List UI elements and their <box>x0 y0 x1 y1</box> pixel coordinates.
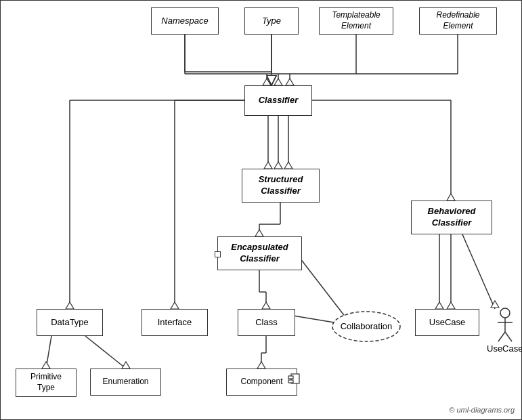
svg-marker-49 <box>447 302 455 309</box>
primitivetype-box: PrimitiveType <box>16 369 77 397</box>
encapsulated-classifier-box: EncapsulatedClassifier <box>217 236 302 270</box>
svg-marker-14 <box>286 79 294 85</box>
svg-marker-43 <box>42 362 50 369</box>
svg-marker-45 <box>122 362 130 369</box>
svg-marker-12 <box>274 79 282 85</box>
usecase-box: UseCase <box>415 309 479 336</box>
class-box: Class <box>238 309 295 336</box>
svg-marker-29 <box>171 302 179 309</box>
svg-marker-47 <box>435 302 443 309</box>
svg-line-59 <box>498 332 505 341</box>
collaboration-svg: Collaboration <box>331 309 402 344</box>
templateable-box: TemplateableElement <box>319 7 393 35</box>
actor-label: UseCase <box>487 343 522 354</box>
svg-text:Collaboration: Collaboration <box>341 321 393 331</box>
actor-svg <box>495 308 515 345</box>
namespace-box: Namespace <box>151 7 219 35</box>
datatype-box: DataType <box>37 309 103 336</box>
svg-marker-16 <box>264 162 272 169</box>
component-icon <box>288 373 300 387</box>
svg-line-50 <box>462 234 495 309</box>
behaviored-classifier-box: BehavioredClassifier <box>411 201 492 234</box>
svg-marker-37 <box>262 302 270 309</box>
svg-rect-63 <box>288 380 293 383</box>
svg-marker-18 <box>274 162 282 169</box>
diagram-container: Namespace Type TemplateableElement Redef… <box>0 0 522 420</box>
svg-marker-20 <box>284 162 292 169</box>
collaboration-ellipse: Collaboration <box>331 309 402 347</box>
svg-marker-26 <box>66 302 74 309</box>
enumeration-box: Enumeration <box>90 369 161 396</box>
structured-classifier-box: StructuredClassifier <box>242 169 320 203</box>
classifier-box: Classifier <box>244 85 312 116</box>
svg-line-44 <box>85 336 126 369</box>
copyright-text: © uml-diagrams.org <box>449 406 515 414</box>
svg-marker-51 <box>491 301 499 308</box>
composition-marker <box>215 251 221 257</box>
svg-point-56 <box>500 308 510 318</box>
svg-rect-62 <box>288 376 293 379</box>
actor-figure: UseCase <box>487 308 522 354</box>
svg-marker-23 <box>447 194 455 201</box>
interface-box: Interface <box>142 309 208 336</box>
svg-marker-33 <box>255 230 263 236</box>
type-box: Type <box>244 7 299 35</box>
svg-marker-41 <box>257 362 265 369</box>
svg-marker-10 <box>263 79 271 85</box>
component-box: Component <box>226 369 297 396</box>
redefinable-box: RedefinableElement <box>419 7 497 35</box>
svg-line-42 <box>46 336 51 369</box>
svg-line-60 <box>505 332 512 341</box>
